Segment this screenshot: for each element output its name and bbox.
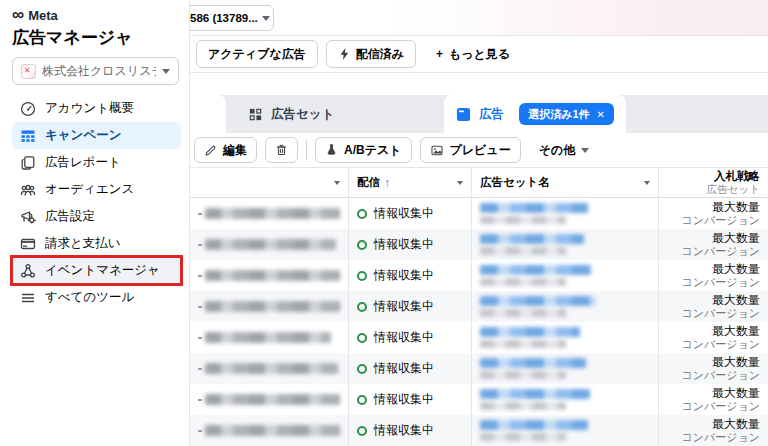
bid-strategy-cell: 最大数量 コンバージョン [658, 384, 768, 415]
ads-tab-icon [456, 107, 471, 122]
ad-set-name-cell[interactable] [471, 322, 658, 353]
blurred-ad-set-subtext [480, 371, 566, 379]
blurred-campaign-name [205, 363, 338, 374]
ab-test-button[interactable]: A/Bテスト [315, 137, 412, 163]
selection-badge[interactable]: 選択済み1件 ✕ [519, 103, 614, 125]
account-selector[interactable]: 株式会社クロスリスティング [12, 57, 179, 85]
column-header-name[interactable] [190, 168, 348, 197]
delivery-status: 情報収集中 [374, 267, 434, 284]
column-header-bid-strategy[interactable]: 入札戦略 広告セット [658, 168, 768, 197]
bid-strategy-value: 最大数量 [712, 231, 760, 245]
campaign-name-cell[interactable] [190, 322, 348, 353]
blurred-ad-set-link[interactable] [480, 358, 586, 368]
preview-button[interactable]: プレビュー [420, 137, 521, 163]
meta-brand-name: Meta [28, 8, 58, 23]
blurred-campaign-name [205, 239, 336, 250]
tab-ad-sets[interactable]: 広告セット [236, 95, 436, 133]
campaign-name-cell[interactable] [190, 198, 348, 229]
blurred-ad-set-link[interactable] [480, 203, 588, 213]
edit-button[interactable]: 編集 [194, 137, 257, 163]
toolbar-divider [306, 140, 307, 160]
delivery-status: 情報収集中 [374, 422, 434, 439]
sidebar-item-ads-settings[interactable]: 広告設定 [12, 203, 181, 230]
sidebar-item-label: すべてのツール [45, 289, 134, 306]
column-header-delivery[interactable]: 配信 ↑ [348, 168, 471, 197]
ad-set-name-header-label: 広告セット名 [480, 175, 550, 190]
tab-ads[interactable]: 広告 選択済み1件 ✕ [444, 95, 626, 133]
sidebar-item-all-tools[interactable]: すべてのツール [12, 284, 181, 311]
blurred-ad-set-link[interactable] [480, 234, 584, 244]
delivered-filter-label: 配信済み [356, 46, 404, 63]
tab-campaigns-fragment[interactable] [190, 95, 226, 133]
column-header-ad-set-name[interactable]: 広告セット名 [471, 168, 658, 197]
bid-strategy-goal: コンバージョン [681, 307, 760, 320]
sort-ascending-icon: ↑ [384, 176, 390, 190]
meta-logo[interactable]: ∞ Meta [12, 6, 181, 24]
ad-set-name-cell[interactable] [471, 198, 658, 229]
table-row[interactable]: 情報収集中 最大数量 コンバージョン [190, 415, 768, 446]
sidebar-item-label: イベントマネージャ [45, 262, 160, 279]
campaign-name-cell[interactable] [190, 291, 348, 322]
sidebar-item-account-overview[interactable]: アカウント概要 [12, 95, 181, 122]
page-title: 広告マネージャ [12, 26, 181, 49]
blurred-ad-set-link[interactable] [480, 265, 592, 275]
status-ring-icon [357, 271, 367, 281]
delivery-status: 情報収集中 [374, 298, 434, 315]
delivery-status: 情報収集中 [374, 236, 434, 253]
blurred-ad-set-link[interactable] [480, 327, 580, 337]
edit-button-label: 編集 [223, 142, 247, 159]
sidebar-item-events-manager[interactable]: イベントマネージャ [12, 257, 181, 284]
ad-set-name-cell[interactable] [471, 415, 658, 446]
campaign-name-cell[interactable] [190, 229, 348, 260]
campaign-name-cell[interactable] [190, 415, 348, 446]
table-row[interactable]: 情報収集中 最大数量 コンバージョン [190, 353, 768, 384]
ad-set-name-cell[interactable] [471, 229, 658, 260]
campaign-name-cell[interactable] [190, 384, 348, 415]
pencil-icon [204, 144, 217, 157]
blurred-ad-set-link[interactable] [480, 389, 590, 399]
table-row[interactable]: 情報収集中 最大数量 コンバージョン [190, 384, 768, 415]
table-row[interactable]: 情報収集中 最大数量 コンバージョン [190, 322, 768, 353]
tab-bar: 広告セット 広告 選択済み1件 ✕ [190, 95, 768, 133]
ad-set-name-cell[interactable] [471, 384, 658, 415]
delivery-status-cell: 情報収集中 [348, 260, 471, 291]
chevron-down-icon [581, 148, 589, 157]
ab-test-button-label: A/Bテスト [344, 142, 402, 159]
campaign-name-cell[interactable] [190, 353, 348, 384]
campaign-name-cell[interactable] [190, 260, 348, 291]
bid-strategy-cell: 最大数量 コンバージョン [658, 291, 768, 322]
table-row[interactable]: 情報収集中 最大数量 コンバージョン [190, 260, 768, 291]
table-row[interactable]: 情報収集中 最大数量 コンバージョン [190, 198, 768, 229]
account-logo-icon [21, 64, 36, 79]
blurred-ad-set-link[interactable] [480, 420, 588, 430]
more-actions-label: その他 [539, 142, 576, 159]
table-row[interactable]: 情報収集中 最大数量 コンバージョン [190, 229, 768, 260]
tab-ad-sets-label: 広告セット [271, 106, 334, 123]
bid-strategy-value: 最大数量 [712, 200, 760, 214]
campaign-selector-dropdown[interactable]: 586 (13789... [182, 5, 274, 31]
ad-set-name-cell[interactable] [471, 260, 658, 291]
table-row[interactable]: 情報収集中 最大数量 コンバージョン [190, 291, 768, 322]
delivery-status-cell: 情報収集中 [348, 415, 471, 446]
bid-strategy-goal: コンバージョン [681, 400, 760, 413]
account-name: 株式会社クロスリスティング [42, 63, 156, 80]
sidebar-item-campaigns[interactable]: キャンペーン [12, 122, 181, 149]
close-icon[interactable]: ✕ [597, 109, 605, 120]
bid-strategy-value: 最大数量 [712, 386, 760, 400]
delete-button[interactable] [265, 137, 298, 163]
see-more-filters-button[interactable]: + もっと見る [424, 40, 522, 68]
sidebar-item-billing[interactable]: 請求と支払い [12, 230, 181, 257]
status-ring-icon [357, 426, 367, 436]
blurred-campaign-name [205, 208, 340, 219]
ad-set-name-cell[interactable] [471, 353, 658, 384]
sidebar-item-audiences[interactable]: オーディエンス [12, 176, 181, 203]
sidebar-item-ads-reporting[interactable]: 広告レポート [12, 149, 181, 176]
bid-strategy-goal: コンバージョン [681, 245, 760, 258]
all-tools-menu-icon [20, 290, 36, 306]
sidebar-item-label: 広告設定 [45, 208, 95, 225]
delivered-filter-button[interactable]: 配信済み [326, 40, 416, 68]
ad-set-name-cell[interactable] [471, 291, 658, 322]
active-ads-filter-button[interactable]: アクティブな広告 [196, 40, 318, 68]
more-actions-button[interactable]: その他 [529, 137, 600, 163]
blurred-ad-set-link[interactable] [480, 296, 596, 306]
